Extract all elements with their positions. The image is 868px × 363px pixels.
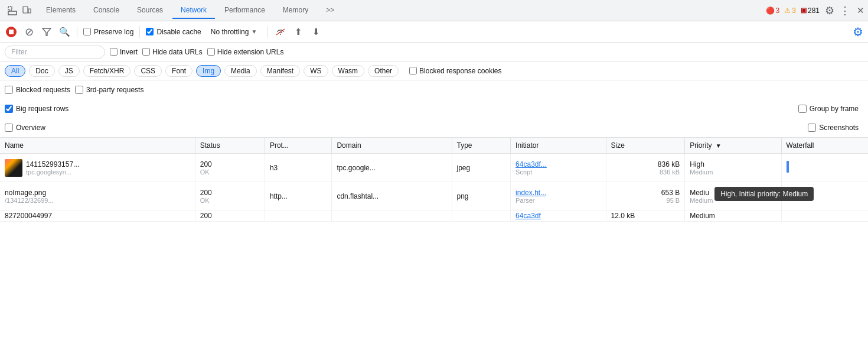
error-badge[interactable]: 🔴 3: [766, 7, 780, 15]
blocked-cookies-checkbox[interactable]: [409, 67, 417, 74]
more-menu-icon[interactable]: ⋮: [840, 5, 850, 16]
initiator-link-1[interactable]: 64ca3df...: [515, 160, 601, 168]
disable-cache-checkbox-label[interactable]: Disable cache: [146, 28, 201, 36]
overview-checkbox[interactable]: [5, 124, 13, 132]
svg-rect-0: [8, 7, 12, 10]
filter-toggle-button[interactable]: [40, 25, 53, 38]
col-header-priority[interactable]: Priority ▼: [685, 138, 781, 154]
cell-size-2: 653 B 95 B: [606, 182, 685, 210]
initiator-link-2[interactable]: index.ht...: [515, 189, 601, 197]
cell-type-1: jpeg: [452, 154, 511, 182]
status-sub-2: OK: [200, 197, 260, 204]
col-header-status[interactable]: Status: [195, 138, 265, 154]
preserve-log-checkbox[interactable]: [83, 28, 91, 35]
name-primary-2: noImage.png: [5, 189, 54, 197]
hide-data-urls-checkbox-label[interactable]: Hide data URLs: [142, 48, 203, 56]
col-header-domain[interactable]: Domain: [332, 138, 452, 154]
hide-data-urls-checkbox[interactable]: [142, 48, 150, 56]
blocked-cookies-checkbox-label[interactable]: Blocked response cookies: [409, 67, 501, 75]
throttle-select[interactable]: No throttling ▼: [206, 27, 262, 37]
overview-checkbox-label[interactable]: Overview: [5, 124, 45, 132]
network-table: Name Status Prot... Domain Type Initiato…: [0, 138, 868, 222]
name-cell-1: 141152993157... tpc.googlesyn...: [5, 159, 190, 177]
sort-arrow-icon: ▼: [716, 142, 722, 149]
device-icon[interactable]: [21, 5, 32, 16]
disable-cache-checkbox[interactable]: [146, 28, 154, 35]
table-row[interactable]: 827200044997 200 64ca3df 12.0 kB Medium: [0, 210, 868, 222]
tab-more[interactable]: >>: [318, 2, 342, 19]
inspect-icon[interactable]: [7, 5, 18, 16]
third-party-checkbox[interactable]: [75, 86, 83, 94]
type-filter-all[interactable]: All: [5, 65, 25, 77]
tab-network[interactable]: Network: [172, 2, 215, 19]
tab-bar: Elements Console Sources Network Perform…: [0, 0, 868, 21]
col-header-waterfall[interactable]: Waterfall: [781, 138, 868, 154]
cell-protocol-2: http...: [265, 182, 332, 210]
type-filter-other[interactable]: Other: [368, 65, 399, 77]
group-by-frame-checkbox-label[interactable]: Group by frame: [798, 105, 859, 113]
invert-checkbox[interactable]: [110, 48, 118, 56]
type-filter-ws[interactable]: WS: [304, 65, 328, 77]
initiator-link-3[interactable]: 64ca3df: [515, 212, 601, 220]
stop-recording-button[interactable]: [5, 25, 18, 38]
tab-console[interactable]: Console: [85, 2, 128, 19]
third-party-checkbox-label[interactable]: 3rd-party requests: [75, 86, 143, 94]
table-row[interactable]: noImage.png /134122/32699... 200 OK http…: [0, 182, 868, 210]
warn-count: 3: [792, 7, 796, 15]
preserve-log-checkbox-label[interactable]: Preserve log: [83, 28, 133, 36]
tab-memory[interactable]: Memory: [275, 2, 316, 19]
clear-button[interactable]: ⊘: [22, 25, 35, 38]
thumb-img-1: [5, 159, 22, 177]
col-header-protocol[interactable]: Prot...: [265, 138, 332, 154]
cell-protocol-3: [265, 210, 332, 222]
settings-gear-icon[interactable]: ⚙: [824, 5, 835, 16]
blocked-requests-checkbox-label[interactable]: Blocked requests: [5, 86, 70, 94]
info-count: 281: [808, 7, 820, 15]
blocked-requests-checkbox[interactable]: [5, 86, 13, 94]
invert-checkbox-label[interactable]: Invert: [110, 48, 138, 56]
cell-initiator-2: index.ht... Parser: [511, 182, 606, 210]
big-rows-checkbox[interactable]: [5, 105, 13, 113]
big-rows-checkbox-label[interactable]: Big request rows: [5, 105, 68, 113]
col-header-initiator[interactable]: Initiator: [511, 138, 606, 154]
close-devtools-icon[interactable]: ✕: [855, 5, 866, 16]
tab-elements[interactable]: Elements: [38, 2, 84, 19]
group-by-frame-checkbox[interactable]: [798, 105, 807, 113]
table-header-row: Name Status Prot... Domain Type Initiato…: [0, 138, 868, 154]
cell-domain-1: tpc.google...: [332, 154, 452, 182]
type-filter-manifest[interactable]: Manifest: [260, 65, 300, 77]
info-badge[interactable]: ▣ 281: [801, 7, 820, 15]
type-filter-img[interactable]: Img: [196, 65, 221, 77]
screenshots-checkbox[interactable]: [808, 124, 816, 132]
type-filter-js[interactable]: JS: [58, 65, 80, 77]
name-secondary-1: tpc.googlesyn...: [26, 168, 79, 176]
upload-icon[interactable]: ⬆: [292, 25, 305, 38]
separator-2: [139, 26, 140, 38]
warn-badge[interactable]: ⚠ 3: [784, 7, 796, 15]
tab-sources[interactable]: Sources: [129, 2, 171, 19]
type-filter-fetch-xhr[interactable]: Fetch/XHR: [83, 65, 131, 77]
options-left-3: Overview: [5, 124, 808, 132]
type-filter-media[interactable]: Media: [224, 65, 257, 77]
type-filter-wasm[interactable]: Wasm: [332, 65, 365, 77]
type-filter-css[interactable]: CSS: [134, 65, 162, 77]
wifi-icon[interactable]: [274, 25, 287, 38]
filter-input[interactable]: [5, 46, 105, 59]
col-header-size[interactable]: Size: [606, 138, 685, 154]
name-cell-3: 827200044997: [5, 212, 190, 220]
download-icon[interactable]: ⬇: [309, 25, 322, 38]
network-settings-icon[interactable]: ⚙: [853, 25, 863, 39]
search-button[interactable]: 🔍: [58, 25, 71, 38]
screenshots-checkbox-label[interactable]: Screenshots: [808, 124, 859, 132]
col-header-type[interactable]: Type: [452, 138, 511, 154]
type-filter-doc[interactable]: Doc: [29, 65, 54, 77]
tab-performance[interactable]: Performance: [216, 2, 273, 19]
col-header-name[interactable]: Name: [0, 138, 195, 154]
hide-ext-urls-checkbox[interactable]: [207, 48, 215, 56]
hide-ext-urls-checkbox-label[interactable]: Hide extension URLs: [207, 48, 284, 56]
type-filter-font[interactable]: Font: [165, 65, 192, 77]
cell-name-3: 827200044997: [0, 210, 195, 222]
cell-waterfall-1: [781, 154, 868, 182]
priority-tooltip: High, Initial priority: Medium: [714, 187, 814, 201]
table-row[interactable]: 141152993157... tpc.googlesyn... 200 OK …: [0, 154, 868, 182]
